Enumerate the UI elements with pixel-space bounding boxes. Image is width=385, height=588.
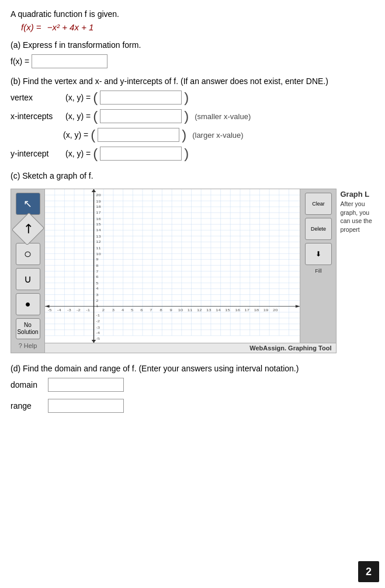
svg-text:12: 12 [197,308,202,311]
svg-text:1: 1 [96,305,99,308]
help-text: Help [24,342,37,349]
func-label: f(x) = [21,22,41,32]
y-intercept-input[interactable] [100,147,182,161]
x-intercept-smaller-input[interactable] [100,109,182,123]
svg-text:8: 8 [96,264,99,267]
svg-text:18: 18 [254,308,259,311]
part-c-label: (c) Sketch a graph of f. [11,171,374,180]
larger-note: (larger x-value) [192,131,243,140]
part-a-input[interactable] [32,54,107,68]
vertex-input[interactable] [100,91,182,105]
tool-line[interactable]: ↗ [11,213,44,246]
svg-text:12: 12 [96,241,101,243]
svg-text:8: 8 [159,308,162,311]
y-int-coord-label: (x, y) = [65,149,91,158]
x-intercepts-label: x-intercepts [11,112,63,121]
intro-text: A quadratic function f is given. [11,9,374,19]
svg-text:13: 13 [206,308,211,311]
svg-text:10: 10 [96,252,101,255]
graph-canvas-area: 20 19 18 17 16 15 14 13 12 11 10 9 [45,189,336,343]
range-input[interactable] [48,399,124,413]
svg-text:5: 5 [96,281,99,284]
svg-text:-5: -5 [48,308,52,311]
svg-text:-4: -4 [57,308,61,311]
svg-rect-0 [45,189,300,343]
svg-text:-4: -4 [96,332,100,335]
x-int-small-close: ) [184,109,189,123]
vertex-label: vertex [11,93,63,102]
svg-text:2: 2 [96,299,99,302]
svg-text:16: 16 [235,308,240,311]
part-a-row: f(x) = [11,54,374,68]
svg-text:19: 19 [263,308,269,311]
svg-text:4: 4 [96,287,99,290]
graph-legend-desc: After you graph, you can use the propert [340,200,374,234]
svg-text:15: 15 [96,223,101,226]
x-intercept-larger-row: (x, y) = ( ) (larger x-value) [11,128,374,142]
part-a-label: (a) Express f in transformation form. [11,40,374,50]
svg-text:18: 18 [96,206,101,208]
fill-button[interactable]: ⬇ [305,243,332,265]
vertex-open-paren: ( [93,91,98,105]
svg-text:9: 9 [96,258,99,261]
tool-point[interactable]: ● [16,293,40,315]
svg-text:-1: -1 [96,314,100,317]
x-int-large-close: ) [182,128,186,142]
help-link[interactable]: ? Help [19,342,37,349]
x-intercept-larger-input[interactable] [98,128,179,142]
tool-no-solution[interactable]: NoSolution [16,318,40,339]
svg-text:-2: -2 [77,308,81,311]
svg-text:16: 16 [96,217,101,220]
part-a-fx-label: f(x) = [11,57,29,66]
svg-text:9: 9 [169,308,172,311]
svg-text:4: 4 [122,308,124,311]
svg-text:6: 6 [96,276,99,279]
vertex-coord-label: (x, y) = [65,93,91,102]
svg-text:14: 14 [96,229,101,232]
svg-text:11: 11 [96,246,101,249]
grid-svg: 20 19 18 17 16 15 14 13 12 11 10 9 [45,189,300,343]
svg-text:20: 20 [273,308,278,311]
svg-text:7: 7 [150,308,152,311]
svg-text:-2: -2 [96,320,100,323]
smaller-note: (smaller x-value) [195,112,251,121]
x-int-large-open: ( [91,128,95,142]
svg-text:-1: -1 [86,308,90,311]
delete-button[interactable]: Delete [305,218,332,240]
vertex-close-paren: ) [184,91,189,105]
svg-text:-5: -5 [96,338,100,340]
svg-text:19: 19 [96,200,101,203]
part-b-label: (b) Find the vertex and x- and y-interce… [11,76,374,86]
domain-row: domain [11,378,374,392]
graph-footer: WebAssign. Graphing Tool [45,343,336,353]
svg-text:17: 17 [245,308,250,311]
page-number: 2 [358,561,379,582]
tool-circle[interactable]: ○ [16,243,40,265]
graph-area-wrap: 20 19 18 17 16 15 14 13 12 11 10 9 [45,189,336,353]
clear-button[interactable]: Clear [305,193,332,215]
svg-text:15: 15 [225,308,230,311]
right-panel: Clear Delete ⬇ Fill [300,189,336,343]
svg-text:-3: -3 [67,308,71,311]
svg-text:3: 3 [112,308,115,311]
x-int-small-coord-label: (x, y) = [65,112,91,121]
y-int-open: ( [93,147,98,161]
svg-text:2: 2 [102,308,105,311]
x-intercept-smaller-row: x-intercepts (x, y) = ( ) (smaller x-val… [11,109,374,123]
y-int-close: ) [184,147,189,161]
tool-parabola[interactable]: ∪ [16,268,40,290]
domain-input[interactable] [48,378,124,392]
graph-legend-title: Graph L [340,189,374,200]
x-int-small-open: ( [93,109,98,123]
webassign-brand: WebAssign. [249,345,286,352]
grid-outer[interactable]: 20 19 18 17 16 15 14 13 12 11 10 9 [45,189,300,343]
graph-container: ↖ ↗ ○ ∪ ● NoSolution ? Help [11,189,337,353]
svg-text:20: 20 [96,194,101,197]
graph-section: ↖ ↗ ○ ∪ ● NoSolution ? Help [11,189,374,353]
svg-text:13: 13 [96,235,101,238]
svg-text:7: 7 [96,270,99,273]
tool-select[interactable]: ↖ [16,193,40,215]
fill-label: Fill [315,268,322,274]
part-d-section: (d) Find the domain and range of f. (Ent… [11,364,374,413]
svg-text:5: 5 [131,308,134,311]
